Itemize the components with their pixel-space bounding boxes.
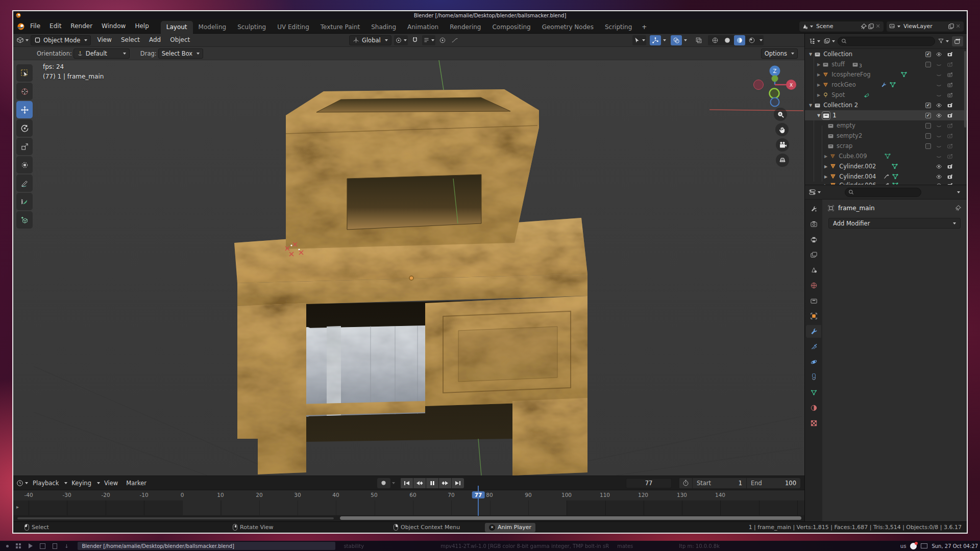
disclosure-icon[interactable]: ▼ — [817, 113, 820, 118]
tool-measure[interactable] — [16, 193, 33, 210]
outliner-scrollbar[interactable] — [964, 51, 966, 128]
editor-type-button[interactable] — [16, 35, 29, 45]
camera-off-icon[interactable] — [947, 61, 953, 68]
menu-viewport-select[interactable]: Select — [116, 34, 144, 46]
tool-select-box[interactable] — [16, 64, 33, 82]
scene-selector[interactable]: Scene ✕ — [799, 21, 884, 32]
tool-cursor[interactable] — [16, 83, 33, 100]
outliner-search-input[interactable] — [849, 38, 932, 44]
camera-off-icon[interactable] — [947, 133, 953, 139]
playhead-line[interactable] — [478, 486, 479, 516]
tray-icon[interactable] — [921, 543, 927, 548]
playhead-frame-label[interactable]: 77 — [472, 491, 485, 498]
orientation-default-dropdown[interactable]: Default — [74, 48, 130, 59]
menu-playback[interactable]: Playback — [29, 480, 63, 487]
menu-keying[interactable]: Keying — [67, 480, 95, 487]
row-label[interactable]: stuff — [831, 61, 845, 68]
row-label[interactable]: empty — [837, 122, 855, 129]
tab-particles[interactable] — [806, 340, 821, 353]
outliner-search[interactable] — [838, 37, 935, 46]
tab-render[interactable] — [806, 218, 821, 231]
pivot-point-button[interactable] — [394, 35, 408, 45]
camera-icon[interactable] — [947, 71, 953, 78]
scene-name[interactable]: Scene — [813, 23, 860, 30]
outliner-row-sempty2[interactable]: sempty2 — [805, 131, 967, 141]
tab-scripting[interactable]: Scripting — [599, 21, 638, 34]
proportional-editing-button[interactable] — [437, 35, 448, 45]
anim-player-chip[interactable]: ✕ Anim Player — [485, 523, 535, 532]
tab-object[interactable] — [806, 310, 821, 322]
camera-off-icon[interactable] — [947, 143, 953, 149]
viewlayer-selector[interactable]: ViewLayer ✕ — [887, 21, 964, 32]
shading-caret-icon[interactable] — [760, 39, 763, 41]
taskbar-play-icon[interactable] — [29, 543, 33, 548]
properties-search-input[interactable] — [856, 189, 918, 195]
exclude-checkbox[interactable] — [925, 133, 931, 139]
menu-timeline-view[interactable]: View — [100, 480, 122, 487]
disclosure-icon[interactable]: ▶ — [817, 72, 820, 77]
timeline-scrollbar-thumb[interactable] — [340, 516, 801, 520]
tab-sculpting[interactable]: Sculpting — [232, 21, 272, 34]
tool-annotate[interactable] — [16, 174, 33, 192]
tool-transform[interactable] — [16, 156, 33, 173]
outliner-row-empty[interactable]: empty — [805, 120, 967, 131]
stop-player-icon[interactable]: ✕ — [489, 524, 495, 531]
tab-geometry-nodes[interactable]: Geometry Nodes — [536, 21, 599, 34]
row-label[interactable]: scrap — [837, 142, 852, 149]
exclude-checkbox[interactable] — [925, 143, 931, 149]
tab-modifiers[interactable] — [806, 325, 821, 338]
taskbar-grid-icon[interactable] — [16, 543, 21, 549]
outliner-editor-type-button[interactable] — [808, 36, 820, 46]
eye-icon[interactable] — [936, 173, 942, 180]
exclude-checkbox[interactable]: ✓ — [925, 52, 931, 57]
transform-orientation-dropdown[interactable]: Global — [349, 35, 391, 45]
taskbar-download-icon[interactable]: ↓ — [64, 543, 68, 549]
row-label[interactable]: Cylinder.002 — [839, 163, 876, 170]
tab-tool[interactable] — [806, 203, 821, 215]
snap-toggle-button[interactable] — [409, 35, 421, 45]
viewlayer-name[interactable]: ViewLayer — [900, 23, 947, 30]
eye-icon[interactable] — [936, 163, 942, 170]
snap-settings-button[interactable] — [422, 35, 435, 45]
zoom-button[interactable] — [774, 108, 787, 121]
falloff-button[interactable] — [449, 35, 460, 45]
disclosure-icon[interactable]: ▶ — [817, 62, 820, 67]
current-frame-field[interactable]: 77 — [626, 478, 672, 488]
add-workspace-button[interactable]: + — [638, 21, 651, 34]
gizmos-caret-icon[interactable] — [663, 39, 666, 41]
eye-closed-icon[interactable] — [936, 133, 942, 139]
outliner-row-scrap[interactable]: scrap — [805, 141, 967, 151]
gizmo-z-neg-axis[interactable] — [771, 98, 779, 107]
tab-texture[interactable] — [806, 417, 821, 430]
disclosure-icon[interactable]: ▶ — [817, 93, 820, 97]
selectability-visibility-button[interactable] — [632, 35, 646, 45]
timeline-scrollbar[interactable] — [13, 515, 804, 521]
timeline-editor-type-button[interactable] — [16, 478, 28, 488]
add-modifier-dropdown[interactable]: Add Modifier — [828, 218, 961, 229]
camera-icon[interactable] — [947, 82, 953, 88]
tool-scale[interactable] — [16, 138, 33, 155]
next-keyframe-button[interactable] — [439, 478, 451, 488]
tab-output[interactable] — [806, 233, 821, 246]
outliner-row-cylinder002[interactable]: ▶ Cylinder.002 — [805, 161, 967, 171]
outliner-row-icospherefog[interactable]: ▶ IcosphereFog — [805, 69, 967, 80]
xray-toggle[interactable] — [693, 35, 704, 45]
eye-icon[interactable] — [936, 51, 942, 58]
jump-to-end-button[interactable] — [452, 478, 464, 488]
tool-add-primitive[interactable] — [16, 211, 33, 229]
menu-edit[interactable]: Edit — [45, 19, 66, 33]
keying-set-caret-icon[interactable] — [392, 482, 395, 484]
outliner-row-cube009[interactable]: ▶ Cube.009 — [805, 151, 967, 161]
gizmo-y-neg-axis[interactable] — [770, 89, 779, 98]
taskbar-dot-icon[interactable] — [6, 545, 9, 547]
tab-layout[interactable]: Layout — [161, 21, 193, 34]
menu-viewport-add[interactable]: Add — [144, 34, 165, 46]
disclosure-icon[interactable]: ▶ — [817, 83, 820, 87]
pan-button[interactable] — [775, 123, 789, 136]
menu-viewport-object[interactable]: Object — [165, 34, 194, 46]
disclosure-icon[interactable]: ▶ — [824, 174, 827, 179]
menu-help[interactable]: Help — [130, 19, 153, 33]
taskbar-clock[interactable]: Sun, 27 Oct 04:27 — [932, 543, 978, 549]
row-label[interactable]: IcosphereFog — [831, 71, 871, 78]
tool-rotate[interactable] — [16, 119, 33, 137]
